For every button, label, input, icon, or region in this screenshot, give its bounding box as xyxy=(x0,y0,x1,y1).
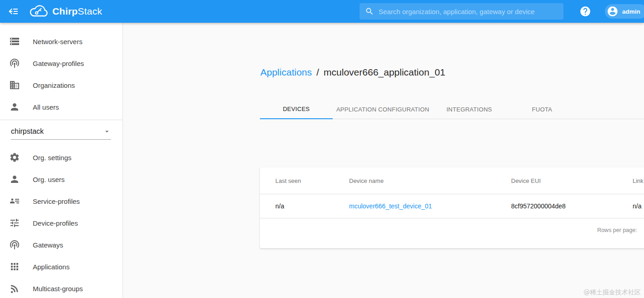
sidebar-item-gateway-profiles[interactable]: Gateway-profiles xyxy=(0,52,122,74)
column-header-device-eui: Device EUI xyxy=(496,177,617,184)
rss-icon xyxy=(9,283,20,294)
brand-title: ChirpStack xyxy=(52,6,102,17)
sidebar-divider xyxy=(0,120,122,120)
breadcrumb-current: mculover666_application_01 xyxy=(324,67,445,77)
menu-collapse-icon[interactable] xyxy=(7,5,20,18)
cell-last-seen: n/a xyxy=(260,202,334,210)
person-icon xyxy=(9,174,20,185)
search-input[interactable] xyxy=(379,8,558,15)
sidebar-item-all-users[interactable]: All users xyxy=(0,96,122,118)
breadcrumb-applications-link[interactable]: Applications xyxy=(260,67,312,77)
column-header-last-seen: Last seen xyxy=(260,177,334,184)
sidebar-item-gateways[interactable]: Gateways xyxy=(0,234,122,256)
table-row: n/a mculover666_test_device_01 8cf957200… xyxy=(260,194,644,218)
appbar: ChirpStack admin xyxy=(0,0,644,23)
search-icon xyxy=(365,7,374,16)
tab-devices[interactable]: DEVICES xyxy=(260,99,333,119)
brand-logo: ChirpStack xyxy=(28,4,102,19)
servers-icon xyxy=(9,36,20,47)
cell-device-eui: 8cf9572000004de8 xyxy=(496,202,617,210)
main-content: Applications/mculover666_application_01 … xyxy=(123,23,644,298)
column-header-device-name: Device name xyxy=(334,177,496,184)
devices-table-card: Last seen Device name Device EUI Link ma… xyxy=(260,167,644,248)
user-label: admin xyxy=(622,8,640,15)
tab-application-configuration[interactable]: APPLICATION CONFIGURATION xyxy=(333,99,433,119)
sidebar-item-applications[interactable]: Applications xyxy=(0,256,122,278)
watermark: @稀土掘金技术社区 xyxy=(583,288,641,297)
table-pagination: Rows per page: 10 1-1 of 1 xyxy=(260,218,644,242)
tab-fuota[interactable]: FUOTA xyxy=(506,99,578,119)
tune-icon xyxy=(9,217,20,228)
breadcrumb-separator: / xyxy=(316,67,319,77)
sidebar-item-multicast-groups[interactable]: Multicast-groups xyxy=(0,278,122,298)
user-menu-button[interactable]: admin xyxy=(605,4,644,19)
tab-integrations[interactable]: INTEGRATIONS xyxy=(433,99,506,119)
caret-down-icon xyxy=(103,127,111,136)
wifi-tethering-icon xyxy=(9,239,20,250)
person-icon xyxy=(9,101,20,112)
wifi-tethering-icon xyxy=(9,58,20,69)
apps-grid-icon xyxy=(9,261,20,272)
sidebar-item-device-profiles[interactable]: Device-profiles xyxy=(0,212,122,234)
global-search xyxy=(360,3,563,20)
sidebar-item-network-servers[interactable]: Network-servers xyxy=(0,30,122,52)
help-icon[interactable] xyxy=(579,5,591,17)
sidebar: Network-servers Gateway-profiles Organiz… xyxy=(0,23,123,298)
sidebar-item-service-profiles[interactable]: Service-profiles xyxy=(0,190,122,212)
table-header-row: Last seen Device name Device EUI Link ma… xyxy=(260,167,644,194)
tab-bar: DEVICES APPLICATION CONFIGURATION INTEGR… xyxy=(260,99,644,119)
cloud-logo-icon xyxy=(28,4,48,19)
building-icon xyxy=(9,80,20,91)
breadcrumb: Applications/mculover666_application_01 xyxy=(260,67,445,78)
gear-icon xyxy=(9,152,20,163)
sidebar-item-org-settings[interactable]: Org. settings xyxy=(0,146,122,168)
organization-select[interactable]: chirpstack xyxy=(11,127,111,140)
contacts-icon xyxy=(9,196,20,207)
cell-link-margin: n/a xyxy=(617,202,644,210)
rows-per-page-label: Rows per page: xyxy=(597,227,637,233)
sidebar-item-organizations[interactable]: Organizations xyxy=(0,74,122,96)
account-circle-icon xyxy=(607,5,619,17)
device-name-link[interactable]: mculover666_test_device_01 xyxy=(349,202,432,210)
column-header-link-margin: Link margin xyxy=(617,177,644,184)
sidebar-item-org-users[interactable]: Org. users xyxy=(0,168,122,190)
